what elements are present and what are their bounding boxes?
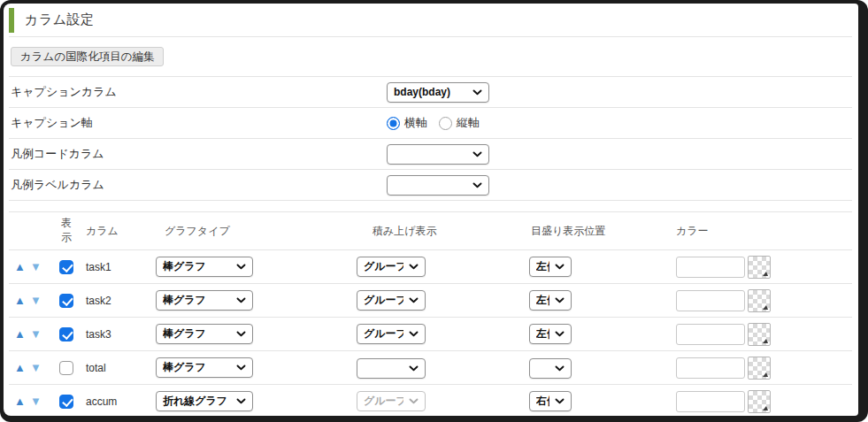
header-graph-type: グラフタイプ: [156, 224, 357, 239]
graph-type-select[interactable]: 棒グラフ: [156, 257, 253, 277]
caption-column-value: bday(bday): [394, 86, 450, 98]
chevron-down-icon: [409, 365, 419, 372]
page-title: カラム設定: [25, 12, 95, 28]
color-swatch-button[interactable]: [748, 323, 771, 346]
scale-position-select[interactable]: 左側: [529, 290, 572, 311]
horizontal-axis-radio[interactable]: [387, 117, 400, 130]
visible-checkbox[interactable]: [59, 327, 73, 341]
move-down-icon[interactable]: ▼: [30, 328, 42, 340]
stacked-group-select[interactable]: グループ1: [357, 290, 426, 311]
caption-column-select[interactable]: bday(bday): [387, 82, 489, 103]
chevron-down-icon: [236, 331, 246, 337]
chevron-down-icon: [409, 297, 419, 303]
vertical-axis-radio[interactable]: [439, 117, 452, 130]
horizontal-axis-label: 横軸: [404, 115, 427, 131]
caption-axis-label: キャプション軸: [11, 115, 93, 131]
window-frame: カラム設定 カラムの国際化項目の編集 キャプションカラム bday(bday) …: [0, 0, 868, 422]
visible-checkbox[interactable]: [59, 361, 73, 375]
graph-type-select[interactable]: 棒グラフ: [156, 324, 253, 344]
chevron-down-icon: [555, 297, 565, 303]
scale-position-select[interactable]: 右側: [529, 391, 572, 411]
visible-checkbox[interactable]: [59, 294, 73, 308]
scale-position-select[interactable]: 左側: [529, 324, 572, 344]
legend-code-select[interactable]: [387, 144, 489, 165]
chevron-down-icon: [236, 364, 246, 371]
column-name: total: [80, 362, 156, 374]
color-input[interactable]: [676, 257, 745, 278]
column-name: task2: [80, 295, 156, 307]
chevron-down-icon: [555, 365, 565, 372]
caption-column-label: キャプションカラム: [11, 84, 117, 100]
color-swatch-button[interactable]: [748, 390, 771, 413]
column-name: task1: [80, 261, 156, 273]
color-input[interactable]: [676, 357, 745, 379]
move-up-icon[interactable]: ▲: [14, 328, 26, 340]
table-row-task3: ▲ ▼ task3 棒グラフ グループ1 左側: [9, 318, 852, 351]
dropdown-triangle-icon: [763, 372, 768, 377]
accent-bar: [9, 8, 14, 33]
color-input[interactable]: [676, 324, 745, 345]
column-name: accum: [80, 395, 156, 408]
visible-checkbox[interactable]: [59, 395, 73, 409]
visible-checkbox[interactable]: [59, 260, 73, 274]
header-color: カラー: [671, 224, 852, 239]
table-row-task1: ▲ ▼ task1 棒グラフ グループ1 左側: [9, 250, 852, 284]
vertical-axis-label: 縦軸: [457, 115, 480, 131]
caption-axis-radio-group: 横軸 縦軸: [387, 115, 480, 131]
move-down-icon[interactable]: ▼: [30, 295, 42, 306]
color-input[interactable]: [676, 290, 745, 311]
form-row-caption-column: キャプションカラム bday(bday): [9, 77, 852, 108]
move-down-icon[interactable]: ▼: [30, 261, 42, 272]
header-scale-position: 目盛り表示位置: [529, 224, 671, 239]
stacked-group-select[interactable]: [357, 358, 426, 379]
stacked-group-select[interactable]: グループ1: [357, 257, 426, 277]
legend-label-label: 凡例ラベルカラム: [11, 177, 104, 193]
form-row-legend-label: 凡例ラベルカラム: [9, 170, 852, 201]
graph-type-select[interactable]: 棒グラフ: [156, 290, 253, 311]
title-bar: カラム設定: [9, 4, 852, 37]
form-row-legend-code: 凡例コードカラム: [9, 139, 852, 170]
move-up-icon[interactable]: ▲: [14, 295, 26, 306]
chevron-down-icon: [555, 331, 565, 337]
dropdown-triangle-icon: [763, 406, 768, 410]
color-swatch-button[interactable]: [748, 357, 771, 380]
chevron-down-icon: [555, 264, 565, 270]
radio-option-horizontal: 横軸: [387, 115, 427, 131]
table-row-accum: ▲ ▼ accum 折れ線グラフ グループ2 右側: [9, 385, 852, 416]
chevron-down-icon: [409, 398, 419, 404]
scale-position-select[interactable]: 左側: [529, 257, 572, 277]
chevron-down-icon: [555, 398, 565, 404]
legend-label-select[interactable]: [387, 175, 489, 196]
table-header-row: 表示 カラム グラフタイプ 積み上げ表示 目盛り表示位置 カラー: [9, 212, 852, 250]
column-settings-panel: カラム設定 カラムの国際化項目の編集 キャプションカラム bday(bday) …: [4, 4, 858, 416]
legend-code-label: 凡例コードカラム: [11, 146, 104, 162]
dropdown-triangle-icon: [763, 339, 768, 343]
dropdown-triangle-icon: [763, 272, 768, 276]
scale-position-select[interactable]: [529, 358, 572, 379]
header-show: 表示: [57, 217, 76, 244]
move-down-icon[interactable]: ▼: [30, 395, 42, 407]
columns-table: 表示 カラム グラフタイプ 積み上げ表示 目盛り表示位置 カラー ▲ ▼ tas…: [9, 211, 852, 416]
color-swatch-button[interactable]: [748, 256, 771, 279]
table-row-task2: ▲ ▼ task2 棒グラフ グループ1 左側: [9, 284, 852, 318]
stacked-group-select[interactable]: グループ2: [357, 391, 426, 411]
column-name: task3: [80, 328, 156, 341]
chevron-down-icon: [472, 182, 482, 188]
graph-type-select[interactable]: 折れ線グラフ: [156, 391, 253, 411]
edit-i18n-button[interactable]: カラムの国際化項目の編集: [11, 47, 164, 66]
move-up-icon[interactable]: ▲: [14, 261, 26, 272]
move-up-icon[interactable]: ▲: [14, 395, 26, 407]
chevron-down-icon: [472, 151, 482, 157]
chevron-down-icon: [409, 331, 419, 337]
stacked-group-select[interactable]: グループ1: [357, 324, 426, 344]
color-input[interactable]: [676, 391, 745, 412]
color-swatch-button[interactable]: [748, 289, 771, 312]
spacer: [4, 201, 858, 211]
move-down-icon[interactable]: ▼: [30, 362, 42, 373]
chevron-down-icon: [236, 297, 246, 303]
move-up-icon[interactable]: ▲: [14, 362, 26, 373]
chevron-down-icon: [236, 398, 246, 404]
form-row-caption-axis: キャプション軸 横軸 縦軸: [9, 108, 852, 139]
dropdown-triangle-icon: [763, 305, 768, 310]
graph-type-select[interactable]: 棒グラフ: [156, 357, 253, 378]
